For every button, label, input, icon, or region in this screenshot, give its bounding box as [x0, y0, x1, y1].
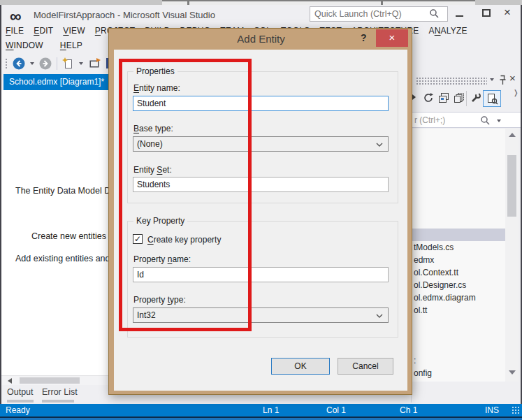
chevron-down-icon — [376, 143, 383, 147]
maximize-button[interactable] — [482, 9, 491, 17]
properties-window-icon[interactable] — [438, 92, 449, 103]
designer-watermark-line: Create new entities in — [31, 231, 115, 241]
tree-item[interactable]: ol.tt — [412, 304, 505, 317]
solution-search-box[interactable]: r (Ctrl+;) — [412, 112, 521, 128]
scroll-up-arrow-icon[interactable] — [509, 133, 516, 137]
menu-edit[interactable]: EDIT — [34, 26, 53, 36]
panel-close-icon[interactable]: × — [509, 72, 516, 84]
tree-item[interactable]: edmx — [412, 254, 505, 266]
preview-selected-items-button[interactable] — [483, 90, 501, 107]
status-bar: Ready Ln 1 Col 1 Ch 1 INS — [0, 404, 522, 417]
quick-launch-input[interactable] — [314, 8, 426, 20]
search-icon — [429, 8, 440, 19]
tree-row-selected[interactable] — [412, 229, 505, 241]
status-insert-mode: INS — [485, 405, 499, 415]
menu-file[interactable]: FILE — [6, 26, 24, 36]
background-window-sliver — [0, 0, 522, 5]
back-history-chevron-icon[interactable] — [30, 62, 34, 65]
status-ready: Ready — [6, 405, 30, 415]
minimize-button[interactable] — [456, 15, 463, 17]
navigate-forward-icon[interactable] — [39, 57, 52, 70]
error-list-tab[interactable]: Error List — [42, 387, 78, 397]
output-tab[interactable]: Output — [7, 387, 34, 397]
annotation-rectangle — [119, 59, 252, 331]
menu-help[interactable]: HELP — [60, 41, 82, 50]
chevron-down-icon — [376, 314, 383, 318]
toolbar-separator — [466, 91, 467, 106]
menu-analyze[interactable]: ANALYZE — [428, 26, 467, 36]
tree-item[interactable]: tModels.cs — [412, 241, 505, 254]
error-list-tab-edge — [42, 400, 74, 403]
vs-window: ∞ ModelFirstAppraoch - Microsoft Visual … — [0, 0, 522, 420]
search-options-chevron-icon[interactable] — [497, 120, 501, 122]
menu-bar-row2: WINDOWHELP — [6, 41, 82, 50]
window-border-left — [0, 5, 1, 420]
quick-launch-box[interactable] — [310, 6, 448, 22]
tree-item[interactable]: onfig — [412, 367, 505, 379]
tree-item[interactable]: ol.Designer.cs — [412, 279, 505, 291]
designer-watermark-line: Add existing entities and r — [15, 254, 115, 263]
solution-tree-scrollbar[interactable] — [505, 129, 519, 382]
menu-window[interactable]: WINDOW — [6, 41, 43, 50]
solution-explorer-toolbar: ❭❭ — [412, 89, 521, 111]
new-file-icon[interactable] — [62, 57, 74, 70]
wrench-icon[interactable] — [470, 92, 481, 103]
status-line: Ln 1 — [263, 405, 279, 415]
cancel-button[interactable]: Cancel — [338, 358, 393, 375]
scroll-left-arrow-icon[interactable] — [8, 378, 12, 384]
scrollbar-thumb[interactable] — [507, 155, 516, 217]
tree-item[interactable]: ol.Context.tt — [412, 266, 505, 279]
new-file-chevron-icon[interactable] — [79, 62, 83, 65]
partial-icon[interactable] — [412, 94, 416, 100]
navigate-back-icon[interactable] — [13, 57, 25, 70]
scrollbar-thumb[interactable] — [20, 377, 80, 384]
solution-tree: tModels.csedmxol.Context.ttol.Designer.c… — [412, 129, 505, 382]
tree-item[interactable]: : — [412, 354, 505, 367]
window-title: ModelFirstAppraoch - Microsoft Visual St… — [34, 10, 215, 20]
output-tab-edge — [7, 400, 34, 403]
menu-view[interactable]: VIEW — [63, 26, 85, 36]
close-button[interactable]: × — [504, 6, 511, 20]
toolbar-grip[interactable] — [5, 58, 8, 69]
solution-search-placeholder: r (Ctrl+;) — [414, 115, 445, 125]
open-file-icon[interactable] — [88, 57, 101, 69]
refresh-icon[interactable] — [423, 92, 434, 103]
panel-menu-chevron-icon[interactable] — [490, 78, 494, 81]
search-icon — [480, 115, 491, 126]
toolbar-separator — [57, 57, 57, 70]
tree-item[interactable]: ol.edmx.diagram — [412, 291, 505, 304]
help-icon[interactable]: ? — [361, 32, 367, 43]
document-tab[interactable]: School.edmx [Diagram1]* — [3, 74, 111, 90]
solution-explorer-panel: × ❭❭ r (Ctrl+;) — [411, 72, 521, 403]
title-bar: ∞ ModelFirstAppraoch - Microsoft Visual … — [1, 5, 521, 24]
resize-grip[interactable] — [512, 406, 520, 414]
status-column: Col 1 — [326, 405, 346, 415]
dialog-title: Add Entity — [109, 29, 413, 50]
pin-icon[interactable] — [498, 75, 507, 86]
show-all-files-icon[interactable] — [454, 92, 465, 103]
panel-drag-handle[interactable] — [416, 77, 487, 85]
dialog-close-button[interactable]: × — [376, 29, 408, 47]
ok-button[interactable]: OK — [271, 358, 330, 375]
visual-studio-logo-icon: ∞ — [10, 9, 21, 23]
designer-watermark-line: The Entity Data Model De — [15, 186, 115, 196]
status-character: Ch 1 — [400, 405, 417, 415]
scroll-down-arrow-icon[interactable] — [509, 370, 516, 375]
